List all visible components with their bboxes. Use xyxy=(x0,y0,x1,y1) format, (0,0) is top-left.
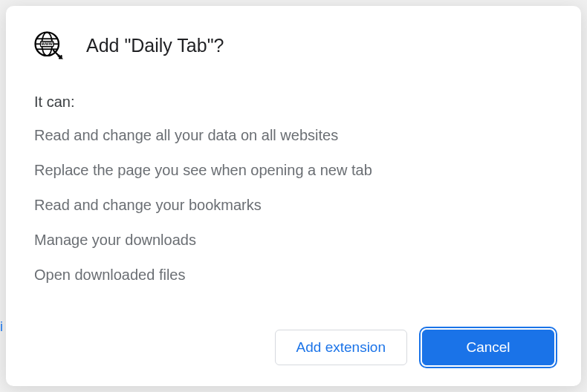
permission-item: Open downloaded files xyxy=(34,267,554,284)
add-extension-button[interactable]: Add extension xyxy=(275,330,407,365)
dialog-title: Add "Daily Tab"? xyxy=(86,35,224,56)
page-sliver: i xyxy=(0,319,3,335)
dialog-footer: Add extension Cancel xyxy=(33,330,554,365)
permission-item: Manage your downloads xyxy=(34,232,554,249)
permissions-intro: It can: xyxy=(34,94,554,111)
permission-item: Read and change your bookmarks xyxy=(34,197,554,214)
permission-item: Replace the page you see when opening a … xyxy=(34,162,554,179)
dialog-body: It can: Read and change all your data on… xyxy=(33,94,554,325)
permission-item: Read and change all your data on all web… xyxy=(34,127,554,144)
globe-www-icon: WWW xyxy=(33,30,64,61)
permissions-list: Read and change all your data on all web… xyxy=(34,127,554,284)
cancel-button[interactable]: Cancel xyxy=(422,330,554,365)
dialog-header: WWW Add "Daily Tab"? xyxy=(33,30,554,61)
svg-text:WWW: WWW xyxy=(42,42,53,46)
extension-install-dialog: WWW Add "Daily Tab"? It can: Read and ch… xyxy=(6,6,581,386)
